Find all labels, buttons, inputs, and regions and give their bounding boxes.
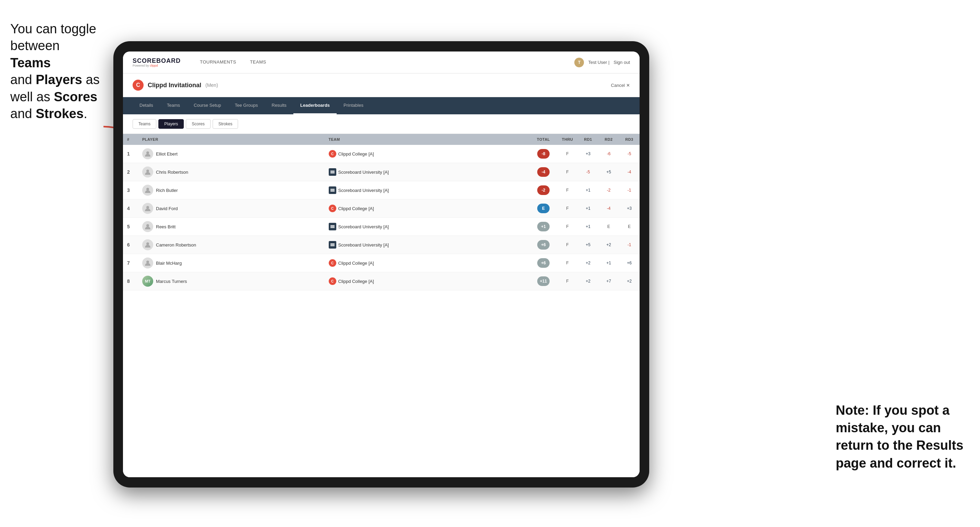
svg-rect-17 <box>331 244 334 245</box>
signout-link[interactable]: Sign out <box>614 60 630 65</box>
cell-rd1: +1 <box>578 200 598 217</box>
subnav-course-setup[interactable]: Course Setup <box>187 97 228 114</box>
annotation-results-bold: Results <box>916 438 963 452</box>
nav-tournaments[interactable]: TOURNAMENTS <box>193 51 243 73</box>
cell-rd1: +3 <box>578 145 598 163</box>
navbar: SCOREBOARD Powered by clippd TOURNAMENTS… <box>123 51 640 73</box>
cell-player: Blair McHarg <box>138 254 325 272</box>
logo-sub: Powered by clippd <box>133 64 181 67</box>
table-row: 6Cameron RobertsonScoreboard University … <box>123 236 640 254</box>
tournament-logo: C <box>133 79 143 90</box>
annotation-line1: You can toggle <box>10 22 96 36</box>
svg-rect-12 <box>331 225 334 226</box>
nav-teams[interactable]: TEAMS <box>243 51 273 73</box>
cancel-button[interactable]: Cancel ✕ <box>611 83 630 88</box>
annotation-line2-pre: between <box>10 38 60 53</box>
cell-rd3: -1 <box>619 236 640 254</box>
team-name: Clippd College [A] <box>338 279 374 284</box>
toggle-teams-button[interactable]: Teams <box>133 119 156 129</box>
toggle-bar: Teams Players Scores Strokes <box>123 114 640 134</box>
tournament-title-row: C Clippd Invitational (Men) <box>133 79 218 90</box>
svg-rect-9 <box>331 191 334 192</box>
player-name: Blair McHarg <box>156 260 182 266</box>
subnav-tee-groups[interactable]: Tee Groups <box>228 97 265 114</box>
subnav-details[interactable]: Details <box>133 97 160 114</box>
cell-rd2: +2 <box>598 236 619 254</box>
svg-point-2 <box>146 170 149 172</box>
cell-rd2: -2 <box>598 181 619 200</box>
annotation-line4-pre: well as <box>10 90 54 104</box>
tournament-header: C Clippd Invitational (Men) Cancel ✕ <box>123 73 640 97</box>
cell-team: Scoreboard University [A] <box>325 217 530 236</box>
table-row: 3Rich ButlerScoreboard University [A]-2F… <box>123 181 640 200</box>
cell-rd3: -1 <box>619 181 640 200</box>
cell-rd2: +7 <box>598 272 619 290</box>
team-name: Scoreboard University [A] <box>338 170 389 175</box>
annotation-teams-bold: Teams <box>10 56 51 70</box>
player-name: Chris Robertson <box>156 170 188 175</box>
cell-thru: F <box>557 236 578 254</box>
svg-point-10 <box>146 206 149 209</box>
player-name: Marcus Turners <box>156 279 187 284</box>
cell-thru: F <box>557 200 578 217</box>
toggle-strokes-button[interactable]: Strokes <box>213 119 239 129</box>
subnav-leaderboards[interactable]: Leaderboards <box>293 97 337 114</box>
col-rd3: RD3 <box>619 134 640 145</box>
cell-rd3: E <box>619 217 640 236</box>
user-label: Test User | <box>588 60 609 65</box>
svg-point-15 <box>146 242 149 245</box>
svg-rect-5 <box>331 173 334 173</box>
col-rd1: RD1 <box>578 134 598 145</box>
table-row: 4David FordCClippd College [A]EF+1-4+3 <box>123 200 640 217</box>
table-row: 7Blair McHargCClippd College [A]+6F+2+1+… <box>123 254 640 272</box>
cell-player: Elliot Ebert <box>138 145 325 163</box>
cell-rd2: E <box>598 217 619 236</box>
table-row: 2Chris RobertsonScoreboard University [A… <box>123 163 640 181</box>
user-avatar: T <box>574 58 584 67</box>
left-annotation: You can toggle between Teams and Players… <box>10 21 103 122</box>
svg-rect-3 <box>331 171 334 171</box>
cell-rank: 5 <box>123 217 138 236</box>
players-table: # PLAYER TEAM TOTAL THRU RD1 RD2 RD3 1El… <box>123 134 640 290</box>
annotation-players-bold: Players <box>36 73 82 87</box>
cell-rank: 3 <box>123 181 138 200</box>
toggle-scores-button[interactable]: Scores <box>186 119 210 129</box>
annotation-period: . <box>83 106 87 121</box>
team-name: Clippd College [A] <box>338 206 374 211</box>
cell-rd1: +2 <box>578 254 598 272</box>
toggle-players-button[interactable]: Players <box>158 119 184 129</box>
col-player: PLAYER <box>138 134 325 145</box>
subnav-printables[interactable]: Printables <box>337 97 370 114</box>
cell-rd3: +6 <box>619 254 640 272</box>
cell-team: CClippd College [A] <box>325 254 530 272</box>
cell-thru: F <box>557 254 578 272</box>
nav-links: TOURNAMENTS TEAMS <box>193 51 574 73</box>
table-row: 8MTMarcus TurnersCClippd College [A]+11F… <box>123 272 640 290</box>
app-logo: SCOREBOARD Powered by clippd <box>133 57 181 67</box>
subnav-results[interactable]: Results <box>265 97 293 114</box>
team-name: Scoreboard University [A] <box>338 224 389 229</box>
annotation-strokes-bold: Strokes <box>36 106 83 121</box>
cell-rd3: +3 <box>619 200 640 217</box>
team-name: Clippd College [A] <box>338 260 374 266</box>
cell-rd3: +2 <box>619 272 640 290</box>
col-total: TOTAL <box>530 134 557 145</box>
table-row: 1Elliot EbertCClippd College [A]-8F+3-6-… <box>123 145 640 163</box>
annotation-line5-pre: and <box>10 106 36 121</box>
cell-rank: 2 <box>123 163 138 181</box>
tournament-name: Clippd Invitational <box>148 82 201 89</box>
cell-rd2: -4 <box>598 200 619 217</box>
cell-rd1: +1 <box>578 181 598 200</box>
cell-total: -2 <box>530 181 557 200</box>
cell-total: -4 <box>530 163 557 181</box>
cell-rd1: +2 <box>578 272 598 290</box>
cell-rd2: +1 <box>598 254 619 272</box>
table-header-row: # PLAYER TEAM TOTAL THRU RD1 RD2 RD3 <box>123 134 640 145</box>
cell-rd1: -5 <box>578 163 598 181</box>
team-name: Scoreboard University [A] <box>338 188 389 193</box>
cell-player: MTMarcus Turners <box>138 272 325 290</box>
player-name: Cameron Robertson <box>156 242 196 248</box>
team-name: Scoreboard University [A] <box>338 242 389 248</box>
subnav-teams[interactable]: Teams <box>160 97 187 114</box>
right-annotation: Note: If you spot a mistake, you can ret… <box>836 402 966 472</box>
